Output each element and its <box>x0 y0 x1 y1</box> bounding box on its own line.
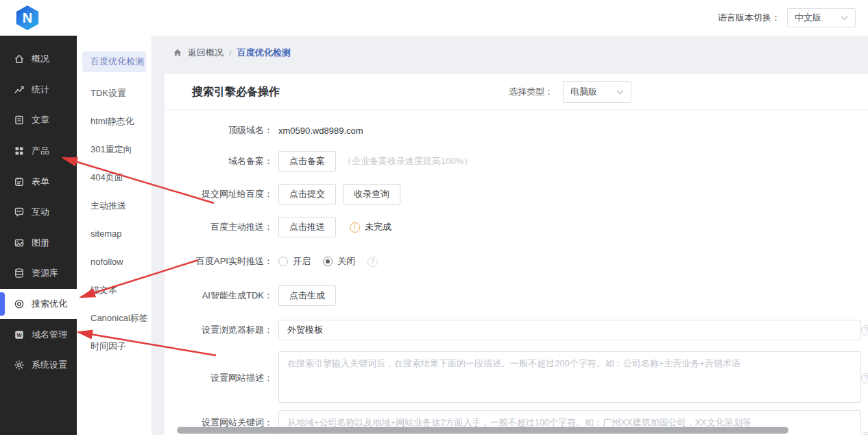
article-icon <box>14 115 25 126</box>
language-select-value: 中文版 <box>795 12 821 24</box>
ai-generate-button[interactable]: 点击生成 <box>278 285 336 306</box>
sidebar-item-products[interactable]: 产品 <box>0 136 77 167</box>
sidebar-item-seo[interactable]: 搜索优化 <box>0 289 77 320</box>
submenu-item-tdk[interactable]: TDK设置 <box>77 79 152 107</box>
device-type-select[interactable]: 电脑版 <box>563 81 631 103</box>
chevron-down-icon <box>841 16 848 21</box>
sidebar-item-gallery[interactable]: 图册 <box>0 228 77 259</box>
beian-button[interactable]: 点击备案 <box>278 151 336 172</box>
database-icon <box>14 268 25 279</box>
breadcrumb-separator: / <box>229 48 232 58</box>
seo-target-icon <box>14 298 25 309</box>
submenu-item-baidu-check[interactable]: 百度优化检测 <box>82 51 146 72</box>
sidebar-item-label: 系统设置 <box>32 359 67 371</box>
form-row-browser-title: 设置浏览器标题： <box>165 320 868 340</box>
submenu-item-push[interactable]: 主动推送 <box>77 191 152 220</box>
form-row-submit: 提交网址给百度： 点击提交 收录查询 <box>165 184 868 204</box>
radio-label: 开启 <box>293 255 311 268</box>
form-row-api-push: 百度API实时推送： 开启 关闭 ? <box>165 251 868 272</box>
sidebar-item-settings[interactable]: 系统设置 <box>0 350 77 381</box>
form-row-beian: 域名备案： 点击备案 （企业备案收录速度提高100%） <box>165 151 868 172</box>
sidebar-item-forms[interactable]: 表单 <box>0 166 77 197</box>
field-label: 百度API实时推送： <box>165 255 273 268</box>
push-status-text: 未完成 <box>365 221 391 233</box>
field-label: 顶级域名： <box>165 124 273 137</box>
image-icon <box>14 237 25 248</box>
sidebar-item-label: 互动 <box>32 206 49 218</box>
breadcrumb: 返回概况 / 百度优化检测 <box>173 47 291 59</box>
help-icon[interactable]: ? <box>861 373 868 384</box>
sidebar-item-label: 图册 <box>32 237 49 249</box>
form-row-description: 设置网站描述： <box>165 351 868 403</box>
home-icon <box>14 54 25 64</box>
submenu-item-404[interactable]: 404页面 <box>77 163 152 191</box>
top-domain-value: xm0590.wd8989.com <box>278 126 363 136</box>
gear-icon <box>14 360 25 371</box>
submenu-item-nofollow[interactable]: nofollow <box>77 248 152 276</box>
breadcrumb-back-link[interactable]: 返回概况 <box>188 47 224 59</box>
help-icon[interactable]: ? <box>367 257 378 267</box>
warning-icon: ! <box>350 222 360 233</box>
sidebar-item-statistics[interactable]: 统计 <box>0 75 77 106</box>
form-row-push: 百度主动推送： 点击推送 ! 未完成 <box>165 217 868 237</box>
chat-bubble-icon <box>14 207 25 217</box>
page-title: 搜索引擎必备操作 <box>192 85 280 99</box>
browser-title-input[interactable] <box>278 320 861 340</box>
domain-w-icon: W <box>14 329 25 340</box>
sidebar-item-articles[interactable]: 文章 <box>0 105 77 136</box>
submenu-item-anchor[interactable]: 锚文本 <box>77 276 152 304</box>
card-header: 搜索引擎必备操作 选择类型： 电脑版 <box>165 74 868 110</box>
breadcrumb-current: 百度优化检测 <box>237 47 291 59</box>
breadcrumb-home-icon[interactable] <box>173 48 182 58</box>
submenu-item-301[interactable]: 301重定向 <box>77 135 152 163</box>
index-query-button[interactable]: 收录查询 <box>343 184 400 204</box>
stats-icon <box>14 84 25 95</box>
sidebar-item-label: 统计 <box>32 84 49 96</box>
field-label: 设置浏览器标题： <box>165 324 273 336</box>
products-icon <box>14 145 25 156</box>
chevron-down-icon <box>616 90 624 95</box>
field-label: 提交网址给百度： <box>165 188 273 200</box>
device-type-value: 电脑版 <box>570 86 597 98</box>
sidebar-item-label: 域名管理 <box>32 329 67 341</box>
submenu-item-time-factor[interactable]: 时间因子 <box>77 332 152 360</box>
radio-api-on[interactable]: 开启 <box>278 255 311 268</box>
push-button[interactable]: 点击推送 <box>278 217 336 237</box>
type-select-label: 选择类型： <box>509 86 553 98</box>
sidebar-item-domain-manage[interactable]: W 域名管理 <box>0 319 77 350</box>
field-label: AI智能生成TDK： <box>165 290 273 302</box>
app-logo-icon: N <box>15 5 40 30</box>
horizontal-scrollbar <box>152 427 868 434</box>
secondary-sidebar: 百度优化检测 TDK设置 html静态化 301重定向 404页面 主动推送 s… <box>77 36 152 435</box>
form-icon <box>14 176 25 187</box>
site-description-textarea[interactable] <box>278 351 861 403</box>
beian-note: （企业备案收录速度提高100%） <box>343 155 472 167</box>
language-switch-label: 语言版本切换： <box>718 12 780 24</box>
submit-url-button[interactable]: 点击提交 <box>278 184 336 204</box>
submenu-item-html-static[interactable]: html静态化 <box>77 107 152 135</box>
radio-api-off[interactable]: 关闭 <box>323 255 355 268</box>
sidebar-item-label: 资源库 <box>32 267 58 279</box>
submenu-item-sitemap[interactable]: sitemap <box>77 220 152 248</box>
svg-text:W: W <box>16 332 22 338</box>
top-header: N 语言版本切换： 中文版 <box>0 0 868 36</box>
sidebar-item-interaction[interactable]: 互动 <box>0 197 77 228</box>
field-label: 设置网站描述： <box>165 372 273 384</box>
main-area: 返回概况 / 百度优化检测 搜索引擎必备操作 选择类型： 电脑版 顶级域名： x… <box>152 36 868 435</box>
form-row-ai-tdk: AI智能生成TDK： 点击生成 <box>165 285 868 306</box>
submenu-item-canonical[interactable]: Canonical标签 <box>77 304 152 332</box>
sidebar-item-label: 文章 <box>32 114 49 126</box>
field-label: 域名备案： <box>165 155 273 167</box>
form-row-domain: 顶级域名： xm0590.wd8989.com <box>165 120 868 141</box>
sidebar-item-label: 表单 <box>32 176 49 188</box>
primary-sidebar: 概况 统计 文章 产品 表单 互动 图册 资源库 <box>0 36 77 435</box>
content-card: 搜索引擎必备操作 选择类型： 电脑版 顶级域名： xm0590.wd8989.c… <box>165 74 868 435</box>
scrollbar-thumb[interactable] <box>177 427 788 434</box>
radio-circle-icon <box>278 257 288 266</box>
sidebar-item-overview[interactable]: 概况 <box>0 44 77 75</box>
help-icon[interactable]: ? <box>861 325 868 336</box>
sidebar-item-label: 产品 <box>32 145 49 157</box>
language-select[interactable]: 中文版 <box>787 8 856 27</box>
sidebar-item-resources[interactable]: 资源库 <box>0 258 77 289</box>
radio-label: 关闭 <box>337 255 355 268</box>
